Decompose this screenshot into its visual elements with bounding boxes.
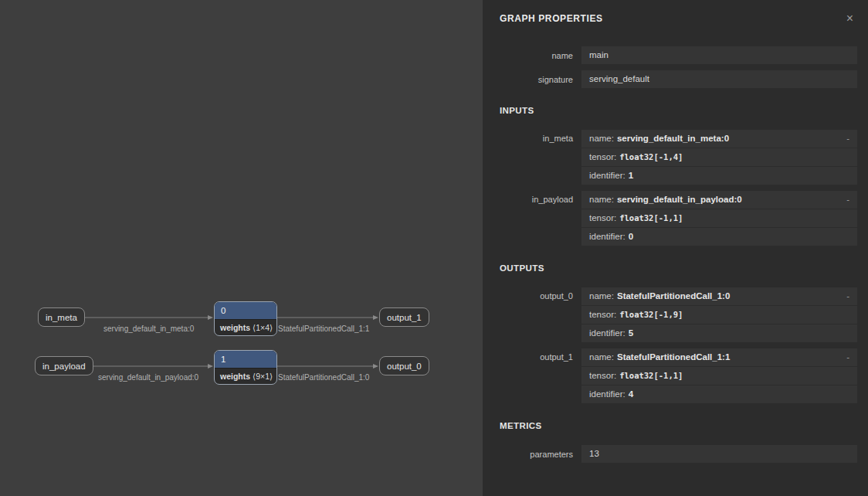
graph-node-output-0[interactable]: output_0 [379,356,429,375]
item-label: output_0 [483,287,573,342]
node-header: 0 [215,302,276,319]
row-value: float32[-1,1] [619,367,683,385]
row-value: float32[-1,1] [619,209,683,227]
node-label: in_payload [42,362,86,371]
row-value: 4 [629,386,633,403]
row-value: 1 [629,167,633,185]
row-value: serving_default_in_meta:0 [617,130,729,148]
output-item-output-1: output_1 name:StatefulPartitionedCall_1:… [483,348,857,403]
row-key: tensor: [589,148,616,166]
output-item-output-0: output_0 name:StatefulPartitionedCall_1:… [483,287,857,342]
graph-node-in-payload[interactable]: in_payload [35,356,93,375]
input-item-in-meta: in_meta name:serving_default_in_meta:0 -… [483,130,857,185]
tensor-row: tensor:float32[-1,4] [581,148,857,166]
identifier-row: identifier:4 [581,386,857,403]
node-shape: ⟨9×1⟩ [253,372,273,381]
graph-node-in-meta[interactable]: in_meta [38,307,85,327]
edge-label: serving_default_in_meta:0 [103,324,194,333]
node-label: in_meta [46,313,77,322]
row-key: identifier: [589,386,626,403]
node-body: weights⟨9×1⟩ [215,368,276,384]
field-row-name: name main [483,46,857,64]
section-header-metrics: METRICS [500,420,868,431]
row-value: 0 [629,228,633,246]
row-key: identifier: [589,324,626,342]
tensor-row: tensor:float32[-1,1] [581,367,857,385]
identifier-row: identifier:0 [581,228,857,246]
item-label: in_payload [483,191,573,246]
graph-node-weights-0[interactable]: 0 weights⟨1×4⟩ [214,301,277,336]
row-key: name: [589,130,614,148]
panel-title: GRAPH PROPERTIES [500,13,603,24]
graph-node-weights-1[interactable]: 1 weights⟨9×1⟩ [214,350,277,385]
panel-header: GRAPH PROPERTIES × [483,0,868,36]
node-body: weights⟨1×4⟩ [215,319,276,335]
section-header-outputs: OUTPUTS [500,263,868,273]
field-label: name [483,51,573,60]
node-op-label: weights [220,323,250,332]
node-op-label: weights [220,372,250,381]
edge-label: StatefulPartitionedCall_1:1 [278,324,369,333]
collapse-toggle[interactable]: - [846,287,849,305]
name-row: name:serving_default_in_meta:0 - [581,130,857,148]
identifier-row: identifier:1 [581,167,857,185]
node-shape: ⟨1×4⟩ [253,323,273,332]
graph-node-output-1[interactable]: output_1 [379,307,429,327]
row-key: identifier: [589,167,626,185]
field-row-signature: signature serving_default [483,70,857,88]
collapse-toggle[interactable]: - [846,130,849,148]
item-label: in_meta [483,130,573,185]
row-key: name: [589,287,614,305]
name-row: name:StatefulPartitionedCall_1:0 - [581,287,857,305]
field-value-parameters[interactable]: 13 [581,445,857,463]
field-row-parameters: parameters 13 [483,445,857,463]
row-key: identifier: [589,228,626,246]
name-row: name:StatefulPartitionedCall_1:1 - [581,348,857,366]
edge-label: StatefulPartitionedCall_1:0 [278,373,369,382]
tensor-row: tensor:float32[-1,9] [581,306,857,324]
row-key: name: [589,348,614,366]
row-key: tensor: [589,209,616,227]
row-key: tensor: [589,306,616,324]
item-label: output_1 [483,348,573,403]
tensor-row: tensor:float32[-1,1] [581,209,857,227]
row-key: tensor: [589,367,616,385]
graph-edges [0,0,483,496]
row-value: float32[-1,4] [619,148,683,166]
graph-canvas[interactable]: in_meta in_payload 0 weights⟨1×4⟩ 1 weig… [0,0,483,496]
node-label: output_0 [387,362,422,371]
collapse-toggle[interactable]: - [846,348,849,366]
close-icon[interactable]: × [846,12,853,25]
node-label: output_1 [387,313,422,322]
field-value-signature[interactable]: serving_default [581,70,857,88]
graph-properties-panel: GRAPH PROPERTIES × name main signature s… [483,0,868,496]
row-value: float32[-1,9] [619,306,683,324]
identifier-row: identifier:5 [581,324,857,342]
edge-label: serving_default_in_payload:0 [98,373,198,382]
field-label: signature [483,75,573,84]
row-value: serving_default_in_payload:0 [617,191,742,209]
name-row: name:serving_default_in_payload:0 - [581,191,857,209]
section-header-inputs: INPUTS [500,105,868,116]
row-value: StatefulPartitionedCall_1:1 [617,348,730,366]
input-item-in-payload: in_payload name:serving_default_in_paylo… [483,191,857,246]
field-label: parameters [483,450,573,459]
collapse-toggle[interactable]: - [846,191,849,209]
row-value: StatefulPartitionedCall_1:0 [617,287,730,305]
row-key: name: [589,191,614,209]
node-header: 1 [215,351,276,368]
field-value-name[interactable]: main [581,46,857,64]
row-value: 5 [629,324,633,342]
